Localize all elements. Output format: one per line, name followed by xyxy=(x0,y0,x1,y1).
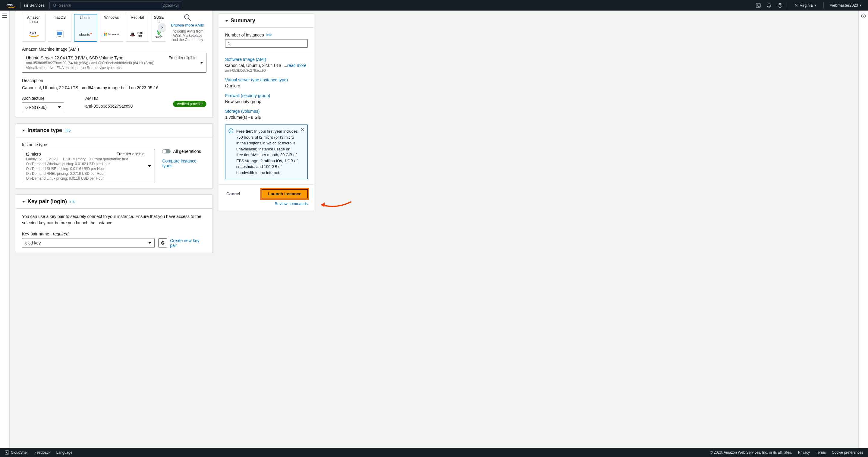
close-icon[interactable] xyxy=(301,128,304,131)
cancel-button[interactable]: Cancel xyxy=(225,190,241,198)
svg-text:?: ? xyxy=(779,4,781,7)
search-box[interactable]: [Option+S] xyxy=(50,1,182,9)
svg-rect-3 xyxy=(756,3,761,7)
os-label: Red Hat xyxy=(131,16,144,20)
user-label: webmaster2023 xyxy=(830,3,858,7)
os-tile-windows[interactable]: Windows Microsoft xyxy=(100,14,123,41)
create-keypair-link[interactable]: Create new key pair xyxy=(170,238,207,248)
software-image-link[interactable]: Software Image (AMI) xyxy=(225,57,308,62)
chevron-down-icon xyxy=(58,106,61,108)
architecture-selector[interactable]: 64-bit (x86) xyxy=(22,102,64,112)
divider xyxy=(21,2,21,8)
os-tile-ubuntu[interactable]: Ubuntu ubuntu● xyxy=(74,14,97,41)
read-more-link[interactable]: read more xyxy=(287,63,307,68)
instance-type-panel: Instance type Info Instance type t2.micr… xyxy=(16,123,213,188)
scroll-right-button[interactable] xyxy=(158,23,166,32)
os-tile-amazon-linux[interactable]: Amazon Linux aws xyxy=(22,14,45,41)
svg-rect-13 xyxy=(104,33,105,34)
redhat-logo-icon: 🎩Red Hat xyxy=(130,30,145,39)
panel-title: Instance type xyxy=(27,127,62,133)
firewall-link[interactable]: Firewall (security group) xyxy=(225,93,308,98)
top-nav: aws Services [Option+S] ? N. Virginia ▼ … xyxy=(0,0,868,10)
svg-rect-26 xyxy=(863,16,864,17)
caret-icon xyxy=(22,201,25,203)
keypair-value: cicd-key xyxy=(25,241,41,245)
keypair-selector[interactable]: cicd-key xyxy=(22,238,155,248)
nav-right: ? N. Virginia ▼ webmaster2023 ▼ xyxy=(754,1,865,10)
ubuntu-logo-icon: ubuntu● xyxy=(78,30,93,38)
os-tile-redhat[interactable]: Red Hat 🎩Red Hat xyxy=(126,14,149,41)
annotation-arrow xyxy=(318,199,354,211)
review-commands-link[interactable]: Review commands xyxy=(275,201,308,206)
notifications-icon[interactable] xyxy=(765,1,773,10)
svg-point-25 xyxy=(863,15,864,16)
divider xyxy=(788,2,788,8)
account-menu[interactable]: webmaster2023 ▼ xyxy=(827,2,865,9)
app-body: Amazon Linux aws macOS Ubuntu ubuntu● xyxy=(0,10,868,448)
info-panel-toggle[interactable] xyxy=(861,13,866,448)
menu-toggle-icon[interactable] xyxy=(2,13,7,448)
microsoft-logo-icon: Microsoft xyxy=(104,30,119,39)
architecture-value: 64-bit (x86) xyxy=(25,105,47,110)
keypair-header[interactable]: Key pair (login) Info xyxy=(16,195,213,209)
browse-amis-link[interactable]: Browse more AMIs xyxy=(171,23,204,27)
num-instances-input[interactable] xyxy=(225,39,308,48)
keypair-panel: Key pair (login) Info You can use a key … xyxy=(16,194,213,253)
info-link[interactable]: Info xyxy=(64,128,70,133)
os-tile-macos[interactable]: macOS xyxy=(48,14,71,41)
svg-line-2 xyxy=(56,6,57,7)
launch-instance-button[interactable]: Launch instance xyxy=(262,189,308,199)
chevron-down-icon xyxy=(148,165,151,167)
os-label: macOS xyxy=(54,16,66,20)
all-generations-toggle[interactable] xyxy=(162,149,170,153)
pricing-line: On-Demand Linux pricing: 0.0116 USD per … xyxy=(26,176,151,181)
info-link[interactable]: Info xyxy=(69,200,75,204)
storage-value: 1 volume(s) - 8 GiB xyxy=(225,115,308,120)
svg-rect-11 xyxy=(57,32,62,35)
software-image-value: Canonical, Ubuntu, 22.04 LTS, ...read mo… xyxy=(225,63,308,68)
left-rail xyxy=(0,10,10,448)
search-input[interactable] xyxy=(59,3,161,7)
region-label: N. Virginia xyxy=(795,3,813,7)
free-tier-text: In your first year includes 750 hours of… xyxy=(236,129,298,175)
firewall-value: New security group xyxy=(225,99,308,104)
summary-header[interactable]: Summary xyxy=(219,14,314,28)
description-label: Description xyxy=(22,78,207,83)
refresh-button[interactable] xyxy=(158,239,167,247)
free-tier-label: Free tier eligible xyxy=(117,152,145,156)
keypair-name-label: Key pair name - required xyxy=(22,232,207,236)
instance-meta: Family: t21 vCPU1 GiB MemoryCurrent gene… xyxy=(26,157,151,161)
instance-type-header[interactable]: Instance type Info xyxy=(16,124,213,138)
compare-types-link[interactable]: Compare instance types xyxy=(162,158,196,168)
os-label: SUSE Li xyxy=(153,16,165,24)
aws-logo-icon: aws xyxy=(26,30,41,39)
os-label: Ubuntu xyxy=(80,16,92,20)
ami-selector[interactable]: Ubuntu Server 22.04 LTS (HVM), SSD Volum… xyxy=(22,53,207,73)
aws-logo[interactable]: aws xyxy=(6,3,16,8)
right-rail xyxy=(858,10,868,448)
caret-icon xyxy=(225,20,228,22)
svg-rect-16 xyxy=(105,34,107,36)
svg-rect-14 xyxy=(105,33,107,34)
instance-type-link[interactable]: Virtual server type (instance type) xyxy=(225,78,308,82)
instance-type-side: All generations Compare instance types xyxy=(162,149,207,183)
services-button[interactable]: Services xyxy=(22,2,47,9)
ami-field-label: Amazon Machine Image (AMI) xyxy=(22,47,207,52)
storage-link[interactable]: Storage (volumes) xyxy=(225,109,308,114)
search-icon xyxy=(53,3,57,7)
info-icon xyxy=(228,128,233,133)
verified-badge: Verified provider xyxy=(173,101,207,107)
os-tile-suse[interactable]: SUSE Li 🦎SUSE xyxy=(152,14,166,41)
region-selector[interactable]: N. Virginia ▼ xyxy=(792,2,820,9)
chevron-down-icon xyxy=(148,242,151,244)
instance-type-label: Instance type xyxy=(22,142,207,147)
search-icon xyxy=(184,14,191,21)
summary-column: Summary Number of instances Info Softwar… xyxy=(219,10,314,217)
help-icon[interactable]: ? xyxy=(776,1,784,10)
instance-type-selector[interactable]: t2.micro Free tier eligible Family: t21 … xyxy=(22,149,155,183)
cloudshell-icon[interactable] xyxy=(754,1,763,10)
info-link[interactable]: Info xyxy=(266,33,272,37)
divider xyxy=(219,52,314,52)
os-quickstart-row: Amazon Linux aws macOS Ubuntu ubuntu● xyxy=(22,14,207,42)
software-image-sub: ami-053b0d53c279acc90 xyxy=(225,68,308,73)
